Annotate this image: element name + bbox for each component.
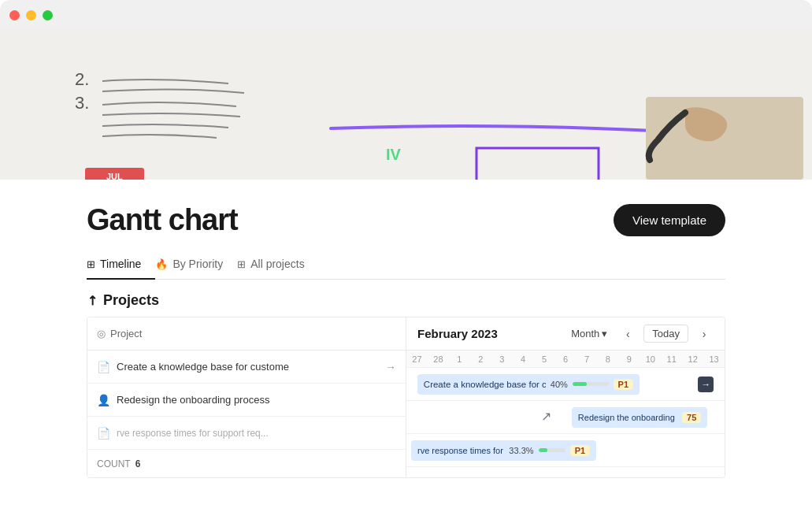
day-28: 28 (428, 354, 449, 364)
day-7: 7 (577, 354, 598, 364)
main-content: Gantt chart View template ⊞ Timeline 🔥 B… (0, 187, 812, 478)
day-2: 2 (470, 354, 491, 364)
gantt-bar-row-1: Create a knowledge base for customers 40… (406, 368, 725, 401)
chevron-down-icon: ▾ (602, 328, 607, 339)
gantt-row-1[interactable]: 📄 Create a knowledge base for custome → (87, 351, 406, 384)
header-controls: Month ▾ ‹ Today › (566, 325, 714, 343)
count-value: 6 (135, 458, 141, 469)
bar-1-right-arrow: → (698, 377, 714, 392)
priority-badge-2: 75 (682, 412, 701, 423)
fire-icon: 🔥 (155, 258, 168, 270)
gantt-right-panel: February 2023 Month ▾ ‹ Today › 27 28 (406, 317, 725, 477)
progress-fill-1 (573, 382, 587, 386)
bar-2-text: Redesign the onboarding process (578, 413, 677, 422)
row-3-icon: 📄 (97, 427, 110, 440)
day-5: 5 (534, 354, 555, 364)
row-2-icon: 👤 (97, 394, 110, 406)
count-bar: COUNT 6 (87, 450, 406, 477)
row-1-text: Create a knowledge base for custome (117, 361, 289, 373)
priority-badge-3: P1 (570, 445, 590, 456)
gantt-bar-1[interactable]: Create a knowledge base for customers 40… (417, 374, 640, 395)
day-8: 8 (597, 354, 618, 364)
day-12: 12 (682, 354, 703, 364)
curved-arrow-icon: ↗ (541, 409, 551, 424)
gantt-right-header: February 2023 Month ▾ ‹ Today › (406, 317, 725, 351)
month-selector-label: Month (571, 328, 599, 339)
day-3: 3 (491, 354, 513, 364)
progress-track-1 (573, 382, 609, 386)
day-27: 27 (406, 354, 428, 364)
gantt-container: ◎ Project 📄 Create a knowledge base for … (87, 317, 725, 478)
bar-container-1: Create a knowledge base for customers 40… (411, 368, 720, 400)
projects-header: ↗ Projects (87, 292, 725, 309)
close-button[interactable] (9, 10, 20, 20)
bar-3-text: rve response times for support requests (417, 446, 504, 455)
row-2-text: Redesign the onboarding process (117, 394, 269, 406)
grid-icon: ⊞ (237, 258, 246, 270)
gantt-bar-2[interactable]: Redesign the onboarding process 75 (572, 407, 707, 428)
today-button[interactable]: Today (643, 325, 688, 343)
gantt-bar-row-2: ↗ Redesign the onboarding process 75 (406, 401, 725, 434)
progress-track-3 (539, 448, 565, 452)
month-label: February 2023 (417, 327, 498, 340)
row-1-arrow: → (385, 361, 396, 373)
bar-container-3: rve response times for support requests … (411, 434, 720, 466)
day-6: 6 (555, 354, 577, 364)
tabs-bar: ⊞ Timeline 🔥 By Priority ⊞ All projects (87, 250, 725, 280)
progress-fill-3 (539, 448, 547, 452)
tab-timeline-label: Timeline (100, 258, 141, 270)
gantt-left-header: ◎ Project (87, 317, 406, 351)
svg-text:JUL: JUL (106, 172, 123, 180)
page-title: Gantt chart (87, 203, 238, 237)
row-3-text: rve response times for support req... (117, 428, 269, 439)
gantt-bar-3[interactable]: rve response times for support requests … (411, 440, 596, 461)
project-column-icon: ◎ (97, 328, 106, 339)
project-column-label: Project (110, 328, 142, 339)
day-11: 11 (661, 354, 682, 364)
timeline-icon: ⊞ (87, 258, 95, 270)
prev-month-button[interactable]: ‹ (618, 325, 637, 343)
svg-text:IV: IV (386, 146, 402, 163)
tab-by-priority[interactable]: 🔥 By Priority (155, 250, 237, 280)
page-title-area: Gantt chart View template (87, 187, 725, 250)
bar-container-2: ↗ Redesign the onboarding process 75 (411, 401, 720, 433)
priority-badge-1: P1 (614, 379, 633, 390)
bar-3-progress-label: 33.3% (509, 446, 533, 455)
day-4: 4 (513, 354, 534, 364)
bar-1-text: Create a knowledge base for customers (424, 380, 546, 389)
svg-rect-4 (646, 97, 803, 180)
tab-all-projects-label: All projects (250, 258, 304, 270)
minimize-button[interactable] (26, 10, 36, 20)
gantt-row-3[interactable]: 📄 rve response times for support req... (87, 417, 406, 450)
header-image: 2. 3. IV JUL (0, 30, 812, 180)
month-selector[interactable]: Month ▾ (566, 325, 612, 342)
day-13: 13 (703, 354, 725, 364)
projects-section: ↗ Projects ◎ Project 📄 Create a knowledg… (87, 280, 725, 478)
day-1: 1 (449, 354, 470, 364)
titlebar (0, 0, 812, 30)
gantt-bar-row-3: rve response times for support requests … (406, 434, 725, 467)
gantt-row-2[interactable]: 👤 Redesign the onboarding process (87, 384, 406, 417)
maximize-button[interactable] (43, 10, 53, 20)
svg-text:3.: 3. (75, 93, 89, 113)
row-1-icon: 📄 (97, 361, 110, 373)
day-9: 9 (618, 354, 640, 364)
day-numbers-row: 27 28 1 2 3 4 5 6 7 8 9 10 11 12 13 (406, 351, 725, 368)
bar-1-progress-label: 40% (551, 380, 568, 389)
view-template-button[interactable]: View template (614, 204, 725, 236)
svg-text:2.: 2. (75, 69, 89, 89)
next-month-button[interactable]: › (695, 325, 714, 343)
gantt-left-panel: ◎ Project 📄 Create a knowledge base for … (87, 317, 406, 477)
count-label: COUNT (97, 458, 131, 469)
tab-all-projects[interactable]: ⊞ All projects (237, 250, 318, 280)
tab-by-priority-label: By Priority (172, 258, 223, 270)
projects-title: Projects (103, 292, 159, 309)
day-10: 10 (640, 354, 661, 364)
expand-icon: ↗ (83, 291, 101, 310)
tab-timeline[interactable]: ⊞ Timeline (87, 250, 155, 280)
